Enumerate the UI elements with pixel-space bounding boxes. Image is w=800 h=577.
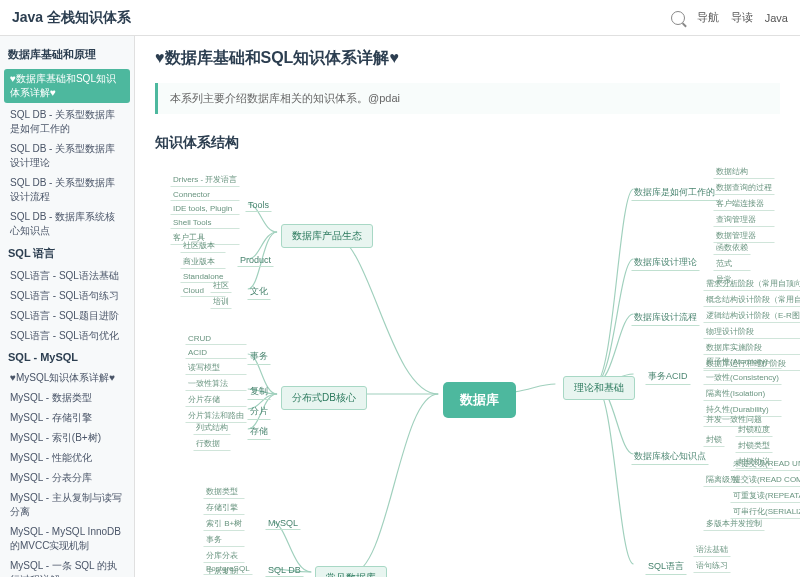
nav-read[interactable]: 导读 [731,10,753,25]
mind-leaf: Drivers - 开发语言 [170,172,240,187]
sidebar-item[interactable]: SQL DB - 数据库系统核心知识点 [0,207,134,241]
mind-leaf: Shell Tools [170,216,240,229]
sidebar-item[interactable]: SQL语言 - SQL题目进阶 [0,306,134,326]
mind-leaf: 需求分析阶段（常用自顶向下） [703,276,800,291]
intro-box: 本系列主要介绍数据库相关的知识体系。@pdai [155,83,780,114]
mind-leaf: 行数据 [193,436,231,451]
mind-leaf: 数据库实施阶段 [703,340,800,355]
mind-leaf: CRUD [185,332,247,345]
sidebar-item[interactable]: MySQL - 分表分库 [0,468,134,488]
node-product: Product [237,253,274,267]
mind-leaf: 物理设计阶段 [703,324,800,339]
mind-leaf: 存储引擎 [203,500,245,515]
node-sql-lang: SQL语言 [645,558,687,575]
mind-leaf: Connector [170,188,240,201]
node-mysql: MySQL [265,516,301,530]
sidebar-group: SQL - MySQL [0,346,134,368]
sidebar-item[interactable]: SQL DB - 关系型数据库设计理论 [0,139,134,173]
mind-leaf: 语法基础 [693,542,731,557]
mind-leaf: 客户端连接器 [713,196,775,211]
mind-leaf: 未提交读(READ UNCOMMITTED) [730,456,800,471]
node-tools: Tools [245,198,272,212]
sidebar-item[interactable]: SQL DB - 关系型数据库是如何工作的 [0,105,134,139]
branch-distributed: 分布式DB核心 [281,386,367,410]
sidebar-item[interactable]: SQL语言 - SQL语句优化 [0,326,134,346]
branch-ecosystem: 数据库产品生态 [281,224,373,248]
mind-leaf: PostgreSQL [203,562,253,575]
mind-leaf: 逻辑结构设计阶段（E-R图） [703,308,800,323]
sidebar-item[interactable]: SQL语言 - SQL语句练习 [0,286,134,306]
node-culture: 文化 [247,283,271,300]
mind-leaf: 封锁类型 [735,438,773,453]
node-sqldb: SQL DB [265,563,304,577]
mind-leaf: 函数依赖 [713,240,751,255]
sidebar-item[interactable]: MySQL - 存储引擎 [0,408,134,428]
node-store: 存储 [247,423,271,440]
search-icon[interactable] [671,11,685,25]
page-title: ♥数据库基础和SQL知识体系详解♥ [155,48,780,69]
sidebar-item[interactable]: ♥MySQL知识体系详解♥ [0,368,134,388]
node-acid: 事务ACID [645,368,691,385]
mind-leaf: 一致性算法 [185,376,247,391]
mind-leaf: 事务 [203,532,245,547]
mind-leaf: 范式 [713,256,751,271]
branch-theory: 理论和基础 [563,376,635,400]
mind-leaf: 数据类型 [203,484,245,499]
nav-java[interactable]: Java [765,12,788,24]
mind-root: 数据库 [443,382,516,418]
branch-common-db: 常见数据库 [315,566,387,577]
sidebar-item[interactable]: SQL DB - 关系型数据库设计流程 [0,173,134,207]
mind-leaf: 读写模型 [185,360,247,375]
node-core-points: 数据库核心知识点 [631,448,709,465]
sidebar-item[interactable]: MySQL - MySQL InnoDB的MVCC实现机制 [0,522,134,556]
node-tx: 事务 [247,348,271,365]
sidebar-item[interactable]: MySQL - 索引(B+树) [0,428,134,448]
sidebar-item[interactable]: ♥数据库基础和SQL知识体系详解♥ [4,69,130,103]
sidebar-item[interactable]: MySQL - 一条 SQL 的执行过程详解 [0,556,134,577]
site-title[interactable]: Java 全栈知识体系 [12,9,131,27]
mind-leaf: ACID [185,346,247,359]
mind-leaf: 数据查询的过程 [713,180,775,195]
node-shard: 分片 [247,403,271,420]
mind-leaf: 社区 [210,278,232,293]
mind-leaf: 索引 B+树 [203,516,245,531]
header-nav: 导航 导读 Java [671,10,788,25]
sidebar-item[interactable]: MySQL - 主从复制与读写分离 [0,488,134,522]
sidebar-item[interactable]: SQL语言 - SQL语法基础 [0,266,134,286]
mind-leaf: 隔离性(Isolation) [703,386,782,401]
mindmap-diagram: 数据库 数据库产品生态 Tools Product 文化 Drivers - 开… [155,164,780,577]
node-lock: 封锁 [703,432,725,447]
mind-leaf: 培训 [210,294,232,309]
mind-leaf: 社区版本 [180,238,226,253]
node-design-theory: 数据库设计理论 [631,254,700,271]
main-content: ♥数据库基础和SQL知识体系详解♥ 本系列主要介绍数据库相关的知识体系。@pda… [135,36,800,577]
mind-leaf: 可串行化(SERIALIZABLE) [730,504,800,519]
node-design-process: 数据库设计流程 [631,309,700,326]
mind-leaf: 列式结构 [193,420,231,435]
mind-leaf: 提交读(READ COMMITTED) [730,472,800,487]
sidebar: 数据库基础和原理♥数据库基础和SQL知识体系详解♥SQL DB - 关系型数据库… [0,36,135,577]
mind-leaf: 可重复读(REPEATABLE READ) [730,488,800,503]
mind-leaf: 数据结构 [713,164,775,179]
mind-leaf: 分片存储 [185,392,247,407]
app-header: Java 全栈知识体系 导航 导读 Java [0,0,800,36]
mind-leaf: IDE tools, Plugin [170,202,240,215]
mind-leaf: 商业版本 [180,254,226,269]
mind-leaf: 分库分表 [203,548,245,563]
sidebar-group: 数据库基础和原理 [0,42,134,67]
node-how-works: 数据库是如何工作的 [631,184,718,201]
nav-guide[interactable]: 导航 [697,10,719,25]
mind-leaf: 原子性(Atomicity) [703,354,782,369]
section-title: 知识体系结构 [155,134,780,152]
mind-leaf: 查询管理器 [713,212,775,227]
sidebar-group: SQL 语言 [0,241,134,266]
mind-leaf: 一致性(Consistency) [703,370,782,385]
mind-leaf: 概念结构设计阶段（常用自底向上） [703,292,800,307]
node-rep: 复制 [247,383,271,400]
mind-leaf: 封锁粒度 [735,422,773,437]
sidebar-item[interactable]: MySQL - 性能优化 [0,448,134,468]
sidebar-item[interactable]: MySQL - 数据类型 [0,388,134,408]
mind-leaf: 语句练习 [693,558,731,573]
